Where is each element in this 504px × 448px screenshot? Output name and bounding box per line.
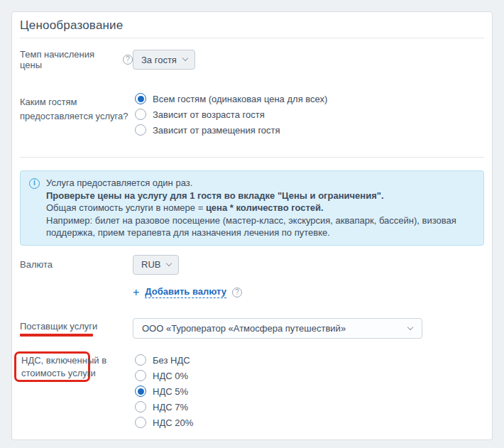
guest-pricing-label-line2: предоставляется услуга?	[20, 109, 133, 124]
info-line-3-bold: цена * количество гостей.	[206, 202, 324, 213]
radio-button[interactable]	[135, 417, 146, 428]
help-icon[interactable]: ?	[232, 288, 242, 297]
vat-label-line2: стоимость услуги	[21, 367, 88, 380]
radio-option-vat-none[interactable]: Без НДС	[135, 352, 190, 368]
radio-button[interactable]	[135, 386, 146, 397]
supplier-select[interactable]: ООО «Туроператор «Атмосфера путешествий»	[133, 318, 422, 339]
supplier-label: Поставщик услуги	[20, 321, 97, 332]
radio-button[interactable]	[135, 401, 146, 413]
divider	[20, 157, 484, 158]
help-icon[interactable]: ?	[123, 55, 133, 65]
radio-label: Зависит от размещения гостя	[153, 125, 280, 136]
divider	[20, 38, 484, 38]
radio-option-vat-0[interactable]: НДС 0%	[135, 368, 188, 383]
chevron-down-icon	[407, 324, 413, 330]
guest-pricing-label: Каким гостям предоставляется услуга?	[20, 95, 133, 124]
chevron-down-icon	[166, 260, 172, 266]
radio-label: НДС 0%	[153, 371, 188, 381]
radio-label: Зависит от возраста гостя	[153, 109, 265, 120]
radio-option-by-age[interactable]: Зависит от возраста гостя	[135, 106, 265, 122]
radio-button[interactable]	[135, 93, 146, 104]
rate-dropdown-value: За гостя	[141, 55, 177, 65]
supplier-select-value: ООО «Туроператор «Атмосфера путешествий»	[142, 323, 346, 334]
add-currency-link[interactable]: Добавить валюту	[145, 286, 226, 298]
radio-label: НДС 20%	[153, 417, 193, 428]
annotation-red-box: НДС, включенный в стоимость услуги	[14, 351, 90, 382]
info-box-text: Услуга предоставляется один раз. Проверь…	[46, 177, 473, 239]
radio-option-vat-5[interactable]: НДС 5%	[135, 383, 188, 399]
rate-dropdown[interactable]: За гостя	[133, 50, 195, 70]
info-line-3: Общая стоимость услуги в номере = цена *…	[46, 202, 473, 214]
radio-button[interactable]	[135, 370, 146, 381]
supplier-row: Поставщик услуги ООО «Туроператор «Атмос…	[20, 318, 422, 339]
supplier-label-wrap: Поставщик услуги	[20, 321, 133, 337]
radio-option-vat-20[interactable]: НДС 20%	[135, 415, 193, 430]
vat-label-line1: НДС, включенный в	[21, 354, 88, 367]
rate-row: Темп начисления цены ? За гостя	[20, 50, 195, 70]
radio-button[interactable]	[135, 124, 146, 136]
info-line-4: Например: билет на разовое посещение (ма…	[46, 214, 473, 239]
radio-option-vat-7[interactable]: НДС 7%	[135, 399, 188, 415]
radio-label: Всем гостям (одинаковая цена для всех)	[153, 94, 327, 104]
currency-dropdown[interactable]: RUB	[133, 255, 179, 275]
radio-label: НДС 5%	[153, 386, 188, 397]
page-title: Ценообразование	[20, 18, 123, 33]
currency-dropdown-value: RUB	[141, 259, 160, 270]
guest-pricing-label-line1: Каким гостям	[20, 95, 133, 109]
radio-option-all-guests[interactable]: Всем гостям (одинаковая цена для всех)	[135, 91, 327, 106]
add-currency: + Добавить валюту ?	[133, 286, 242, 298]
currency-label: Валюта	[20, 259, 133, 270]
info-line-1: Услуга предоставляется один раз.	[46, 177, 473, 190]
info-line-3-normal: Общая стоимость услуги в номере =	[46, 202, 206, 213]
rate-label-wrap: Темп начисления цены ?	[20, 49, 133, 70]
info-box: i Услуга предоставляется один раз. Прове…	[20, 170, 484, 246]
info-line-2: Проверьте цены на услугу для 1 гостя во …	[46, 190, 473, 202]
radio-label: НДС 7%	[153, 402, 188, 413]
pricing-card: Ценообразование Темп начисления цены ? З…	[11, 11, 493, 440]
radio-button[interactable]	[135, 354, 146, 366]
radio-label: Без НДС	[153, 355, 190, 366]
chevron-down-icon	[182, 55, 188, 61]
annotation-red-underline	[20, 334, 93, 337]
radio-button[interactable]	[135, 109, 146, 120]
plus-icon: +	[133, 288, 139, 297]
info-icon: i	[29, 178, 40, 189]
radio-option-by-placement[interactable]: Зависит от размещения гостя	[135, 122, 280, 138]
currency-row: Валюта RUB	[20, 254, 179, 275]
rate-label: Темп начисления цены	[20, 49, 119, 70]
